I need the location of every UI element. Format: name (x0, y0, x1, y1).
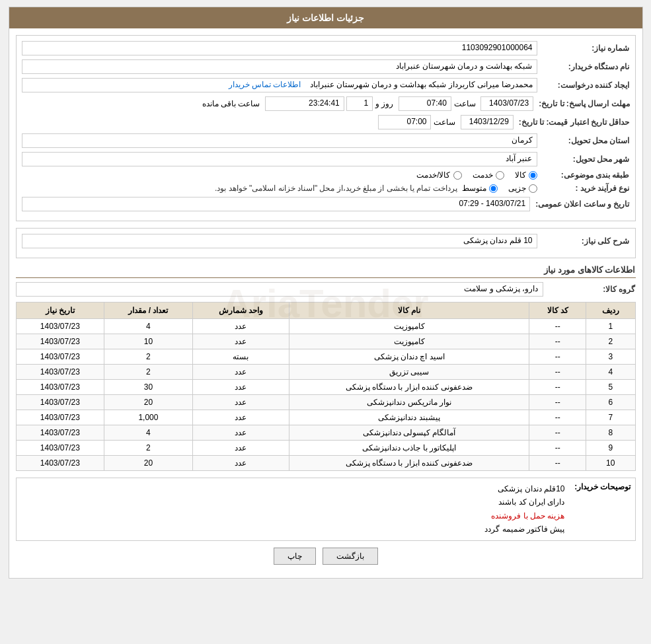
notes-line4: پیش فاکتور ضمیمه گردد (20, 522, 565, 536)
cell-tedad: 4 (104, 319, 193, 334)
tabaqe-radio-khedmat[interactable] (496, 171, 504, 180)
cell-kodkala: -- (529, 395, 586, 410)
cell-namkala: پیشبند دندانپزشکی (289, 410, 529, 425)
tabaqe-option-kala-khedmat[interactable]: کالا/خدمت (416, 170, 461, 180)
notes-line2: دارای ایران کد باشند (20, 495, 565, 509)
col-vahed: واحد شمارش (192, 303, 289, 319)
noe-farayand-option-jozi[interactable]: جزیی (508, 184, 537, 193)
noe-farayand-radio-motavset[interactable] (489, 184, 498, 193)
col-radif: ردیف (586, 303, 635, 319)
cell-tarikh: 1403/07/23 (16, 365, 104, 380)
table-header-row: ردیف کد کالا نام کالا واحد شمارش تعداد /… (16, 303, 635, 319)
cell-namkala: ضدعفونی کننده ابزار با دستگاه پزشکی (289, 456, 529, 471)
notes-section: توصیحات خریدار: 10قلم دندان پزشکی دارای … (16, 478, 636, 541)
cell-vahed: عدد (192, 380, 289, 395)
cell-tedad: 2 (104, 441, 193, 456)
ejad-konande-label: ایجاد کننده درخواست: (537, 81, 630, 90)
cell-tarikh: 1403/07/23 (16, 334, 104, 349)
ejad-konande-value: محمدرضا میرانی کاربرداز شبکه بهداشت و در… (22, 78, 537, 92)
table-row: 3 -- اسید اچ دندان پزشکی بسته 2 1403/07/… (16, 349, 635, 365)
cell-kodkala: -- (529, 349, 586, 365)
cell-vahed: عدد (192, 456, 289, 471)
notes-line3: هزینه حمل با فروشنده (20, 509, 565, 522)
noe-farayand-option-motavset[interactable]: متوسط (462, 184, 498, 193)
tabaqe-radio-kala[interactable] (529, 171, 537, 180)
cell-kodkala: -- (529, 425, 586, 441)
tabaqe-radio-kala-khedmat[interactable] (453, 171, 462, 180)
shomare-niaz-value: 1103092901000064 (22, 41, 537, 55)
cell-radif: 5 (586, 380, 635, 395)
cell-vahed: عدد (192, 319, 289, 334)
cell-kodkala: -- (529, 319, 586, 334)
cell-tedad: 2 (104, 365, 193, 380)
cell-vahed: عدد (192, 395, 289, 410)
table-row: 4 -- سیبی تزریق عدد 2 1403/07/23 (16, 365, 635, 380)
cell-namkala: کامپوزیت (289, 319, 529, 334)
col-kodkala: کد کالا (529, 303, 586, 319)
page-title: جزئیات اطلاعات نیاز (287, 13, 364, 23)
kala-info-title: اطلاعات کالاهای مورد نیاز (16, 265, 636, 278)
sharh-row: شرح کلی نیاز: 10 قلم دندان پزشکی (22, 234, 630, 248)
cell-tedad: 10 (104, 334, 193, 349)
tabaqe-option-kala[interactable]: کالا (515, 170, 537, 180)
cell-kodkala: -- (529, 456, 586, 471)
shomare-niaz-label: شماره نیاز: (537, 44, 630, 53)
cell-vahed: عدد (192, 441, 289, 456)
cell-tarikh: 1403/07/23 (16, 319, 104, 334)
group-kala-label: گروه کالا: (543, 285, 636, 294)
ostan-row: استان محل تحویل: کرمان (22, 133, 630, 148)
sharh-value: 10 قلم دندان پزشکی (22, 234, 537, 248)
shahr-row: شهر محل تحویل: عنبر آباد (22, 152, 630, 166)
chap-button[interactable]: چاپ (274, 548, 316, 565)
cell-tarikh: 1403/07/23 (16, 349, 104, 365)
cell-tarikh: 1403/07/23 (16, 425, 104, 441)
col-tarikh: تاریخ نیاز (16, 303, 104, 319)
notes-line1: 10قلم دندان پزشکی (20, 482, 565, 495)
cell-radif: 4 (586, 365, 635, 380)
mohlat-saat: 07:40 (399, 96, 451, 111)
noe-farayand-row: نوع فرآیند خرید : جزیی متوسط پرداخت تمام… (22, 184, 630, 193)
cell-tarikh: 1403/07/23 (16, 410, 104, 425)
table-row: 5 -- ضدعفونی کننده ابزار با دستگاه پزشکی… (16, 380, 635, 395)
nam-dastgah-value: شبکه بهداشت و درمان شهرستان عنبراباد (22, 59, 537, 74)
mohlat-baghimande: 23:24:41 (265, 96, 344, 111)
cell-radif: 2 (586, 334, 635, 349)
mohlat-roz: 1 (346, 96, 373, 111)
cell-tedad: 1,000 (104, 410, 193, 425)
table-row: 6 -- نوار ماتریکس دندانپزشکی عدد 20 1403… (16, 395, 635, 410)
mohlat-label: مهلت ارسال پاسخ: تا تاریخ: (533, 99, 629, 108)
cell-tedad: 20 (104, 395, 193, 410)
cell-tedad: 20 (104, 456, 193, 471)
cell-tarikh: 1403/07/23 (16, 456, 104, 471)
tarikh-alan-label: تاریخ و ساعت اعلان عمومی: (530, 199, 629, 209)
nam-dastgah-label: نام دستگاه خریدار: (537, 62, 630, 71)
mohlat-baghimande-label: ساعت باقی مانده (202, 99, 260, 108)
col-tedad: تعداد / مقدار (104, 303, 193, 319)
cell-vahed: بسته (192, 349, 289, 365)
tabaqe-label: طبقه بندی موضوعی: (537, 170, 630, 180)
cell-vahed: عدد (192, 365, 289, 380)
cell-radif: 3 (586, 349, 635, 365)
cell-radif: 7 (586, 410, 635, 425)
bazgasht-button[interactable]: بازگشت (323, 548, 378, 565)
cell-namkala: نوار ماتریکس دندانپزشکی (289, 395, 529, 410)
cell-kodkala: -- (529, 380, 586, 395)
ejad-konande-row: ایجاد کننده درخواست: محمدرضا میرانی کارب… (22, 78, 630, 92)
cell-kodkala: -- (529, 410, 586, 425)
table-row: 10 -- ضدعفونی کننده ابزار با دستگاه پزشک… (16, 456, 635, 471)
cell-namkala: کامپوزیت (289, 334, 529, 349)
tabaqe-option-khedmat[interactable]: خدمت (473, 170, 504, 180)
ejad-konande-link[interactable]: اطلاعات تماس خریدار (229, 80, 301, 89)
mohlat-date: 1403/07/23 (480, 96, 533, 111)
sharh-section: شرح کلی نیاز: 10 قلم دندان پزشکی (16, 228, 636, 258)
noe-farayand-radio-jozi[interactable] (529, 184, 537, 193)
cell-radif: 9 (586, 441, 635, 456)
cell-tedad: 2 (104, 349, 193, 365)
group-kala-value: دارو، پزشکی و سلامت (16, 282, 543, 297)
cell-radif: 6 (586, 395, 635, 410)
cell-kodkala: -- (529, 365, 586, 380)
button-row: بازگشت چاپ (16, 548, 636, 565)
cell-namkala: سیبی تزریق (289, 365, 529, 380)
table-row: 2 -- کامپوزیت عدد 10 1403/07/23 (16, 334, 635, 349)
cell-namkala: آمالگام کپسولی دندانپزشکی (289, 425, 529, 441)
